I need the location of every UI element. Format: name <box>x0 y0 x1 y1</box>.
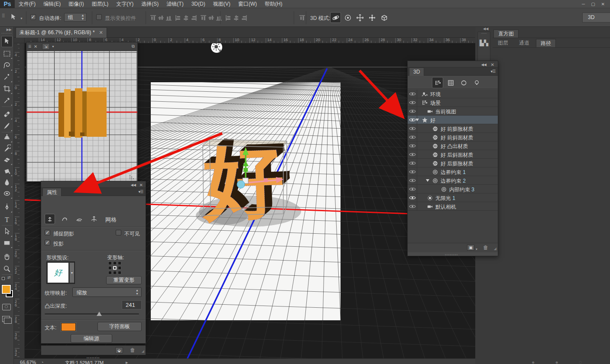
3d-row-边界约束[interactable]: 边界约束 1 <box>408 168 498 176</box>
menu-item-2[interactable]: 图像(I) <box>65 0 88 8</box>
menu-item-1[interactable]: 编辑(E) <box>39 0 65 8</box>
align-hcenter-icon[interactable] <box>183 15 189 21</box>
menu-item-3[interactable]: 图层(L) <box>88 0 113 8</box>
properties-panel-menu-icon[interactable]: ▾☰ <box>138 190 143 194</box>
expand-arrow-icon[interactable] <box>415 119 419 121</box>
3d-panel-resize-grip[interactable]: ◢ <box>494 247 496 251</box>
invisible-checkbox[interactable]: ✓ <box>116 230 121 235</box>
properties-panel[interactable]: ◀◀ ✕ 属性 ▾☰ 网格 ✓ 捕捉阴影 ✓ 不可见 ✓ 投影 形状预设: 变形… <box>41 181 146 344</box>
visibility-eye-icon[interactable] <box>408 176 417 184</box>
blur-tool[interactable] <box>1 177 13 188</box>
slide-3d-button[interactable] <box>367 12 377 23</box>
document-tab[interactable]: 未标题-1 @ 66.7% (好, RGB/8) *✕ <box>16 27 107 38</box>
menu-item-0[interactable]: 文件(F) <box>15 0 39 8</box>
tab-通道[interactable]: 通道 <box>515 39 534 47</box>
panel-resize-grip[interactable]: ◢ <box>142 349 144 353</box>
cast-shadows-checkbox[interactable]: ✓ <box>45 240 50 245</box>
new-item-icon[interactable]: ▣ <box>467 245 474 251</box>
menu-item-8[interactable]: 视图(V) <box>209 0 234 8</box>
dock-bottom-icons[interactable]: ● ● ◌ ⚲ ▣ ▣ <box>532 359 610 364</box>
marquee-tool[interactable] <box>1 48 13 59</box>
visibility-eye-icon[interactable] <box>408 124 417 132</box>
3d-row-边界约束[interactable]: 边界约束 2 <box>408 176 498 185</box>
3d-row-好 前膨胀材质[interactable]: 好 前膨胀材质 <box>408 124 498 133</box>
maximize-icon[interactable]: ▢ <box>591 2 595 6</box>
visibility-eye-icon[interactable] <box>408 98 417 106</box>
lasso-tool[interactable] <box>1 60 13 71</box>
menu-item-4[interactable]: 文字(Y) <box>112 0 137 8</box>
secondary-view-close-icon[interactable]: ✕ <box>34 44 37 49</box>
reset-deform-button[interactable]: 重置变形 <box>106 276 142 284</box>
new-item-arrow[interactable]: ▼ <box>475 248 478 251</box>
slider-thumb[interactable] <box>97 312 102 316</box>
mesh-section-button[interactable] <box>45 214 55 224</box>
edit-source-button[interactable]: 编辑源 <box>71 334 112 343</box>
distribute-left-icon[interactable] <box>225 15 232 21</box>
healing-brush-tool[interactable] <box>1 109 13 120</box>
tab-properties[interactable]: 属性 <box>42 188 62 196</box>
vertical-ruler[interactable]: 4202468101214161820222426283032 <box>14 43 25 358</box>
toolbar-collapse-icon[interactable]: ▶▶ <box>0 27 13 32</box>
visibility-eye-icon[interactable] <box>408 90 417 98</box>
toolbar-grip[interactable]: ▪▪▪▪▪▪▪ <box>0 32 13 35</box>
align-top-icon[interactable] <box>150 15 156 21</box>
swap-view-icon[interactable]: ⇲ <box>42 43 50 50</box>
cap-section-button[interactable] <box>74 214 84 224</box>
screen-mode-icon[interactable] <box>2 316 10 322</box>
3d-row-好 后斜面材质[interactable]: 好 后斜面材质 <box>408 150 498 159</box>
text-color-swatch[interactable] <box>61 323 76 331</box>
roll-3d-button[interactable] <box>342 12 353 23</box>
3d-panel[interactable]: ◀◀ ✕ 3D ▾☰ 环境场景当前视图好好 前膨胀材质好 前斜面材质好 凸出材质… <box>407 61 498 256</box>
clone-stamp-tool[interactable] <box>1 132 13 143</box>
filter-material-button[interactable] <box>458 77 469 88</box>
menu-item-6[interactable]: 滤镜(T) <box>162 0 187 8</box>
tab-histogram[interactable]: 直方图 <box>493 29 519 38</box>
align-right-icon[interactable] <box>191 15 197 21</box>
shape-preset-dropdown[interactable]: 好 ▼ <box>46 261 75 284</box>
expand-arrow-icon[interactable] <box>426 179 429 182</box>
zoom-tool[interactable] <box>1 263 13 274</box>
distribute-hcenter-icon[interactable] <box>233 15 240 21</box>
extrude-depth-slider[interactable] <box>45 313 139 315</box>
history-brush-tool[interactable] <box>1 143 13 154</box>
catch-shadows-checkbox[interactable]: ✓ <box>45 230 50 235</box>
distribute-top-icon[interactable] <box>200 15 207 21</box>
3d-panel-collapse-icon[interactable]: ◀◀ <box>481 63 487 67</box>
3d-panel-close-icon[interactable]: ✕ <box>491 62 494 67</box>
3d-row-默认相机[interactable]: 默认相机 <box>408 202 498 211</box>
mini-default-colors-icon[interactable] <box>2 277 5 280</box>
foreground-color-swatch[interactable] <box>2 285 11 294</box>
menu-item-10[interactable]: 帮助(H) <box>261 0 286 8</box>
3d-row-好 后膨胀材质[interactable]: 好 后膨胀材质 <box>408 159 498 168</box>
delete-icon[interactable]: 🗑 <box>130 347 135 353</box>
secondary-3d-view[interactable]: ☰ ✕ ⇲ ▼ ⧉ <box>26 42 138 182</box>
filter-light-button[interactable] <box>471 77 482 88</box>
3d-row-内部约束[interactable]: 内部约束 3 <box>408 185 498 193</box>
delete-3d-icon[interactable]: 🗑 <box>483 245 488 251</box>
tab-路径[interactable]: 路径 <box>536 39 556 47</box>
workspace-switcher-3d[interactable]: 3D <box>582 13 610 23</box>
3d-row-场景[interactable]: 场景 <box>408 98 498 107</box>
scale-3d-button[interactable] <box>379 12 389 23</box>
move-tool-preset-icon[interactable] <box>10 13 17 21</box>
deform-axis-widget[interactable] <box>108 261 121 274</box>
distribute-bottom-icon[interactable] <box>216 15 222 21</box>
align-vcenter-icon[interactable] <box>158 15 164 21</box>
pen-tool[interactable] <box>1 202 13 213</box>
visibility-eye-icon[interactable] <box>408 150 417 158</box>
menu-item-5[interactable]: 选择(S) <box>137 0 162 8</box>
tab-图层[interactable]: 图层 <box>493 39 513 47</box>
zoom-level[interactable]: 66.67% <box>20 360 36 364</box>
crop-tool[interactable] <box>1 83 13 94</box>
dodge-tool[interactable] <box>1 188 13 199</box>
visibility-eye-icon[interactable] <box>408 133 417 141</box>
dock-collapse-icon[interactable]: ◀◀ <box>483 27 488 31</box>
visibility-eye-icon[interactable] <box>408 142 417 150</box>
panel-drag-dots[interactable]: ▪▪▪▪▪▪▪▪ <box>87 356 100 360</box>
deform-section-button[interactable] <box>59 214 70 224</box>
visibility-eye-icon[interactable] <box>408 168 417 176</box>
character-panel-button[interactable]: 字符面板 <box>97 322 142 331</box>
distribute-spacing-icon[interactable] <box>299 15 305 21</box>
path-select-tool[interactable] <box>1 226 13 237</box>
secondary-view-expand-icon[interactable]: ⧉ <box>132 44 135 49</box>
